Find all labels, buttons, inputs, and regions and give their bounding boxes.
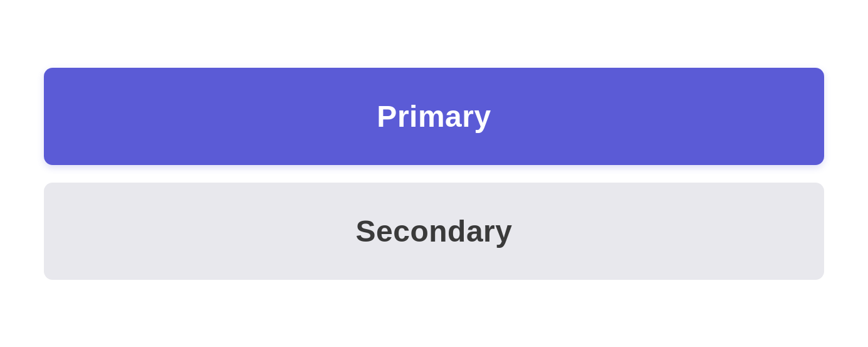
- secondary-button[interactable]: Secondary: [44, 183, 824, 280]
- secondary-button-label: Secondary: [356, 214, 513, 248]
- primary-button[interactable]: Primary: [44, 68, 824, 165]
- primary-button-label: Primary: [377, 99, 491, 134]
